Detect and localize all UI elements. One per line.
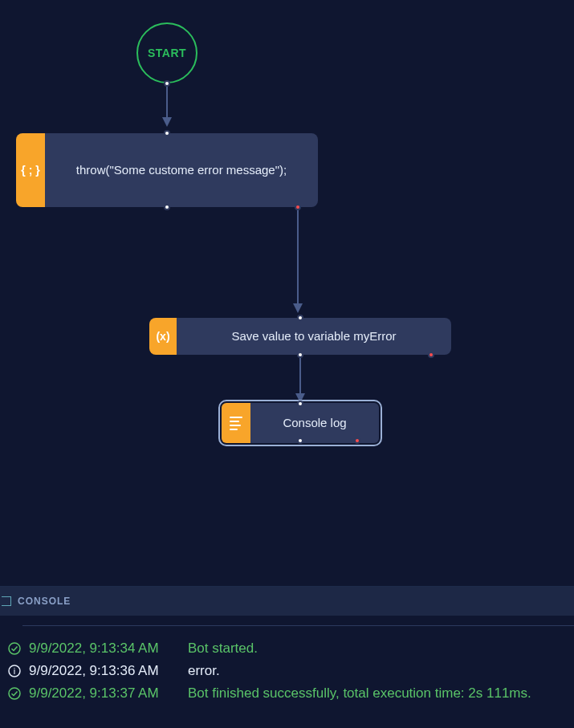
svg-point-0 xyxy=(9,643,20,654)
save-variable-node[interactable]: (x) Save value to variable myError xyxy=(149,318,451,355)
start-label: START xyxy=(148,47,186,59)
check-icon xyxy=(8,687,21,700)
port-out[interactable] xyxy=(164,80,170,87)
log-message: Bot finished successfully, total executi… xyxy=(188,685,531,702)
throw-node[interactable]: { ; } throw("Some custome error message"… xyxy=(16,133,318,207)
flow-canvas[interactable]: START { ; } throw("Some custome error me… xyxy=(0,0,574,586)
console-log-label: Console log xyxy=(250,403,379,443)
console-panel: CONSOLE 9/9/2022, 9:13:34 AM Bot started… xyxy=(0,586,574,728)
log-message: error. xyxy=(188,663,220,679)
divider xyxy=(22,625,574,626)
port-in[interactable] xyxy=(297,401,303,407)
console-tab[interactable]: CONSOLE xyxy=(0,587,574,616)
svg-text:i: i xyxy=(14,666,15,676)
port-in[interactable] xyxy=(297,315,303,321)
log-message: Bot started. xyxy=(188,641,258,657)
port-out[interactable] xyxy=(164,204,170,210)
console-body: 9/9/2022, 9:13:34 AM Bot started. i 9/9/… xyxy=(0,616,574,702)
start-node[interactable]: START xyxy=(136,22,197,83)
log-timestamp: 9/9/2022, 9:13:36 AM xyxy=(29,663,180,679)
port-error-out[interactable] xyxy=(354,437,360,444)
console-tab-label: CONSOLE xyxy=(18,596,71,607)
code-icon: { ; } xyxy=(16,133,45,207)
log-row: 9/9/2022, 9:13:34 AM Bot started. xyxy=(8,641,574,657)
throw-node-label: throw("Some custome error message"); xyxy=(45,133,318,207)
port-in[interactable] xyxy=(164,130,170,136)
list-icon xyxy=(222,403,250,443)
log-row: 9/9/2022, 9:13:37 AM Bot finished succes… xyxy=(8,685,574,702)
info-icon: i xyxy=(8,665,21,677)
connector-layer xyxy=(0,0,574,586)
port-out[interactable] xyxy=(297,437,303,444)
port-error-out[interactable] xyxy=(295,204,301,210)
log-timestamp: 9/9/2022, 9:13:34 AM xyxy=(29,641,180,657)
log-row: i 9/9/2022, 9:13:36 AM error. xyxy=(8,663,574,679)
port-error-out[interactable] xyxy=(428,352,434,358)
log-timestamp: 9/9/2022, 9:13:37 AM xyxy=(29,685,180,702)
save-variable-label: Save value to variable myError xyxy=(177,318,451,355)
variable-icon: (x) xyxy=(149,318,177,355)
svg-point-3 xyxy=(9,688,20,699)
check-icon xyxy=(8,642,21,655)
console-tab-icon xyxy=(2,596,11,606)
port-out[interactable] xyxy=(297,352,303,358)
